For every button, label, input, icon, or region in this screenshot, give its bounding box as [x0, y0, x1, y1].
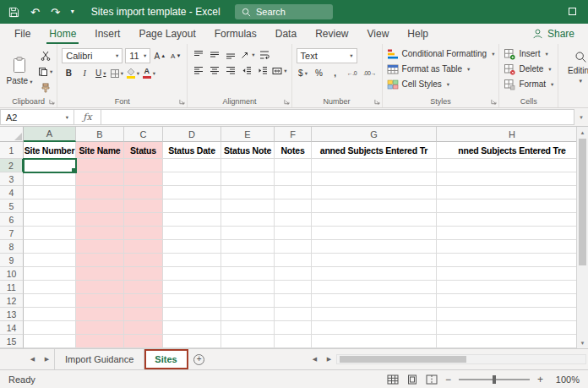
decrease-decimal-button[interactable]: .00→ — [362, 67, 378, 79]
tab-review[interactable]: Review — [306, 24, 357, 44]
cell-H5[interactable] — [437, 199, 588, 213]
font-dialog-launcher[interactable] — [179, 99, 185, 105]
format-painter-button[interactable] — [38, 81, 52, 94]
column-header-A[interactable]: A — [24, 127, 76, 142]
cell-B1[interactable]: Site Name — [76, 142, 124, 159]
cell-C14[interactable] — [124, 321, 163, 335]
column-header-H[interactable]: H — [437, 127, 588, 142]
increase-font-size-button[interactable]: A▲ — [153, 50, 166, 63]
cell-E11[interactable] — [221, 281, 275, 294]
cell-B3[interactable] — [76, 172, 124, 186]
decrease-indent-button[interactable] — [240, 64, 253, 77]
cell-C7[interactable] — [124, 227, 163, 240]
column-header-E[interactable]: E — [221, 127, 275, 142]
sheet-scroll-right-button[interactable]: ▶ — [40, 349, 54, 369]
cell-G4[interactable] — [312, 186, 437, 199]
cell-C12[interactable] — [124, 294, 163, 308]
align-center-button[interactable] — [208, 64, 221, 77]
cell-B6[interactable] — [76, 213, 124, 227]
cell-H9[interactable] — [437, 254, 588, 267]
align-middle-button[interactable] — [208, 48, 221, 61]
font-size-select[interactable]: 11 — [125, 48, 150, 63]
cell-B5[interactable] — [76, 199, 124, 213]
cell-C4[interactable] — [124, 186, 163, 199]
new-sheet-button[interactable]: + — [188, 349, 210, 369]
cell-F1[interactable]: Notes — [275, 142, 312, 159]
formula-input[interactable] — [101, 109, 574, 125]
customize-qat-button[interactable]: ▾ — [71, 8, 74, 15]
cell-F15[interactable] — [275, 335, 312, 348]
normal-view-button[interactable] — [387, 374, 399, 385]
cell-A5[interactable] — [24, 199, 76, 213]
cell-G12[interactable] — [312, 294, 437, 308]
cell-D9[interactable] — [163, 254, 221, 267]
tab-data[interactable]: Data — [266, 24, 306, 44]
window-restore-button[interactable] — [569, 8, 576, 15]
paste-button[interactable]: Paste — [4, 46, 35, 95]
cell-C10[interactable] — [124, 267, 163, 281]
cell-A12[interactable] — [24, 294, 76, 308]
delete-cells-button[interactable]: Delete — [504, 62, 553, 76]
cell-F8[interactable] — [275, 240, 312, 254]
cell-E8[interactable] — [221, 240, 275, 254]
cell-B14[interactable] — [76, 321, 124, 335]
cell-B9[interactable] — [76, 254, 124, 267]
clipboard-dialog-launcher[interactable] — [49, 99, 55, 105]
cell-H13[interactable] — [437, 308, 588, 321]
cell-E1[interactable]: Status Note — [221, 142, 275, 159]
cell-E10[interactable] — [221, 267, 275, 281]
cell-B2[interactable] — [76, 159, 124, 172]
cell-E2[interactable] — [221, 159, 275, 172]
cell-E9[interactable] — [221, 254, 275, 267]
row-header-12[interactable]: 12 — [0, 294, 24, 308]
cell-D7[interactable] — [163, 227, 221, 240]
cell-F6[interactable] — [275, 213, 312, 227]
cell-D8[interactable] — [163, 240, 221, 254]
comma-style-button[interactable]: , — [329, 67, 342, 79]
cell-D4[interactable] — [163, 186, 221, 199]
cell-F7[interactable] — [275, 227, 312, 240]
row-header-10[interactable]: 10 — [0, 267, 24, 281]
tab-file[interactable]: File — [5, 24, 40, 44]
cell-D13[interactable] — [163, 308, 221, 321]
expand-formula-bar-button[interactable]: ▾ — [574, 108, 588, 126]
align-right-button[interactable] — [224, 64, 237, 77]
cell-D1[interactable]: Status Date — [163, 142, 221, 159]
cell-G7[interactable] — [312, 227, 437, 240]
cell-C11[interactable] — [124, 281, 163, 294]
cell-F12[interactable] — [275, 294, 312, 308]
row-header-8[interactable]: 8 — [0, 240, 24, 254]
bold-button[interactable]: B — [62, 67, 75, 79]
share-button[interactable]: Share — [532, 24, 574, 44]
percent-style-button[interactable]: % — [313, 67, 326, 79]
borders-button[interactable] — [110, 67, 123, 79]
cell-E12[interactable] — [221, 294, 275, 308]
cell-C6[interactable] — [124, 213, 163, 227]
page-break-view-button[interactable] — [426, 374, 438, 385]
hscroll-right-button[interactable]: ▶ — [322, 349, 336, 369]
cell-E7[interactable] — [221, 227, 275, 240]
fill-color-button[interactable] — [126, 67, 139, 79]
cell-H1[interactable]: nned Subjects Entered Tre — [437, 142, 588, 159]
horizontal-scroll-thumb[interactable] — [340, 356, 466, 363]
cell-G1[interactable]: anned Subjects Entered Tr — [312, 142, 437, 159]
cell-B4[interactable] — [76, 186, 124, 199]
column-header-B[interactable]: B — [76, 127, 124, 142]
cell-G9[interactable] — [312, 254, 437, 267]
cell-D2[interactable] — [163, 159, 221, 172]
cell-H4[interactable] — [437, 186, 588, 199]
cell-B11[interactable] — [76, 281, 124, 294]
zoom-level[interactable]: 100% — [551, 374, 580, 385]
search-box[interactable]: Search — [235, 4, 333, 19]
name-box[interactable]: A2 — [0, 109, 74, 125]
cell-F5[interactable] — [275, 199, 312, 213]
cell-G11[interactable] — [312, 281, 437, 294]
row-header-3[interactable]: 3 — [0, 172, 24, 186]
cell-C8[interactable] — [124, 240, 163, 254]
cell-A1[interactable]: Site Number — [24, 142, 76, 159]
cut-button[interactable] — [38, 49, 52, 62]
row-header-9[interactable]: 9 — [0, 254, 24, 267]
save-button[interactable] — [8, 7, 19, 18]
cell-E4[interactable] — [221, 186, 275, 199]
vertical-scroll-thumb[interactable] — [579, 139, 586, 265]
